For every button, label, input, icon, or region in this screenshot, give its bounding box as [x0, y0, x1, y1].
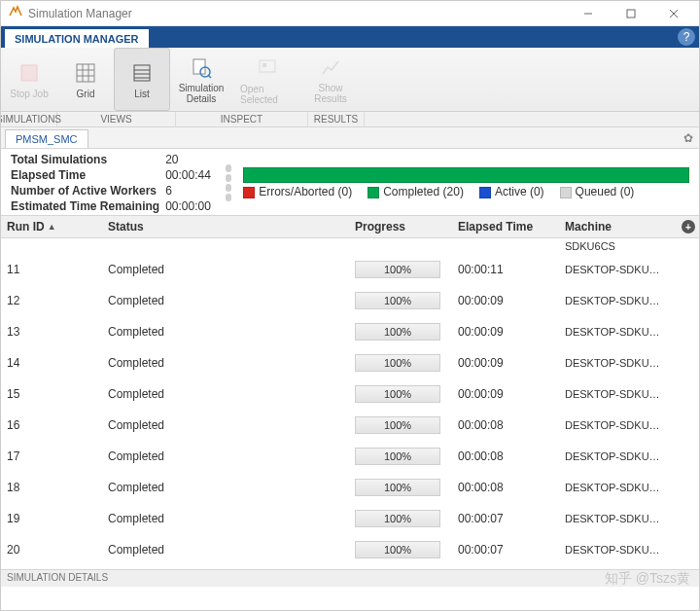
time-cell: 00:00:09	[452, 383, 559, 405]
progress-cell: 100%	[355, 448, 440, 465]
stop-job-button[interactable]: Stop Job	[1, 48, 57, 111]
show-results-button[interactable]: ShowResults	[302, 48, 359, 111]
svg-rect-10	[134, 65, 150, 81]
table-row[interactable]: 13Completed100%00:00:09DESKTOP-SDKU6CS	[1, 316, 699, 347]
status-cell: Completed	[102, 352, 349, 374]
table-row[interactable]: 20Completed100%00:00:07DESKTOP-SDKU6CS	[1, 534, 699, 565]
window-title: Simulation Manager	[28, 7, 132, 20]
legend-errors: Errors/Aborted (0)	[259, 185, 352, 198]
legend-queued: Queued (0)	[576, 185, 635, 198]
runid-cell: 17	[1, 446, 102, 467]
total-sim-value: 20	[165, 153, 220, 166]
summary-panel: Total Simulations Elapsed Time Number of…	[1, 149, 699, 213]
group-views: VIEWS	[57, 112, 176, 126]
elapsed-label: Elapsed Time	[11, 168, 159, 182]
open-icon	[256, 56, 279, 80]
machine-cell: SDKU6CS	[559, 238, 666, 256]
table-row[interactable]: 16Completed100%00:00:08DESKTOP-SDKU6CS	[1, 410, 699, 441]
col-progress[interactable]: Progress	[349, 216, 452, 237]
grid-icon	[74, 61, 97, 85]
svg-rect-4	[21, 65, 37, 81]
close-button[interactable]	[652, 2, 695, 25]
progress-cell: 100%	[355, 323, 440, 341]
progress-cell: 100%	[355, 541, 440, 558]
doc-tab[interactable]: PMSM_SMC	[5, 129, 88, 148]
table-row[interactable]: 11Completed100%00:00:11DESKTOP-SDKU6CS	[1, 254, 699, 285]
svg-rect-18	[262, 63, 266, 67]
table-row[interactable]: 18Completed100%00:00:08DESKTOP-SDKU6CS	[1, 472, 699, 503]
legend-completed: Completed (20)	[383, 185, 464, 198]
col-machine[interactable]: Machine	[559, 216, 666, 237]
add-column-button[interactable]: +	[682, 220, 695, 234]
minimize-button[interactable]	[567, 2, 610, 25]
workers-value: 6	[165, 184, 220, 198]
progress-cell: 100%	[355, 354, 440, 372]
progress-cell: 100%	[355, 292, 440, 309]
table-header: Run ID▲ Status Progress Elapsed Time Mac…	[1, 215, 699, 238]
gear-icon[interactable]: ✿	[683, 131, 693, 145]
col-elapsed[interactable]: Elapsed Time	[452, 216, 559, 237]
runid-cell: 14	[1, 352, 102, 374]
machine-cell: DESKTOP-SDKU6CS	[559, 291, 666, 310]
table-row[interactable]: 15Completed100%00:00:09DESKTOP-SDKU6CS	[1, 378, 699, 410]
time-cell: 00:00:09	[452, 352, 559, 374]
open-selected-button[interactable]: Open Selected	[232, 48, 302, 111]
table-row-partial[interactable]: SDKU6CS	[1, 238, 699, 254]
remaining-label: Estimated Time Remaining	[11, 199, 159, 213]
stop-job-label: Stop Job	[10, 89, 48, 99]
runid-cell: 13	[1, 321, 102, 342]
col-runid[interactable]: Run ID▲	[1, 216, 102, 237]
table-row[interactable]: 17Completed100%00:00:08DESKTOP-SDKU6CS	[1, 441, 699, 472]
legend: Errors/Aborted (0) Completed (20) Active…	[243, 185, 689, 198]
table-body[interactable]: SDKU6CS 11Completed100%00:00:11DESKTOP-S…	[1, 238, 699, 569]
runid-cell: 16	[1, 414, 102, 436]
runid-cell: 15	[1, 383, 102, 405]
time-cell: 00:00:09	[452, 290, 559, 311]
grid-view-button[interactable]: Grid	[57, 48, 114, 111]
status-cell: Completed	[102, 477, 349, 498]
machine-cell: DESKTOP-SDKU6CS	[559, 322, 666, 341]
status-cell: Completed	[102, 508, 349, 529]
list-view-button[interactable]: List	[114, 48, 170, 111]
help-button[interactable]: ?	[678, 28, 695, 46]
grid-label: Grid	[77, 89, 95, 99]
table-row[interactable]: 14Completed100%00:00:09DESKTOP-SDKU6CS	[1, 347, 699, 378]
machine-cell: DESKTOP-SDKU6CS	[559, 384, 666, 404]
maximize-button[interactable]	[610, 2, 652, 25]
svg-line-16	[208, 75, 211, 78]
results-icon	[319, 56, 342, 80]
svg-rect-1	[627, 10, 635, 18]
details-label: SimulationDetails	[179, 84, 225, 104]
ribbon-tabstrip: SIMULATION MANAGER ?	[1, 26, 699, 48]
titlebar: Simulation Manager	[1, 1, 699, 26]
machine-cell: DESKTOP-SDKU6CS	[559, 509, 666, 528]
time-cell: 00:00:07	[452, 508, 559, 529]
machine-cell: DESKTOP-SDKU6CS	[559, 478, 666, 497]
status-cell: Completed	[102, 290, 349, 311]
open-label: Open Selected	[240, 84, 295, 105]
machine-cell: DESKTOP-SDKU6CS	[559, 415, 666, 435]
runid-cell: 19	[1, 508, 102, 529]
time-cell: 00:00:08	[452, 477, 559, 498]
time-cell: 00:00:11	[452, 259, 559, 280]
machine-cell: DESKTOP-SDKU6CS	[559, 540, 666, 559]
progress-cell: 100%	[355, 416, 440, 434]
remaining-value: 00:00:00	[165, 199, 220, 213]
legend-active: Active (0)	[495, 185, 544, 198]
statusbar: SIMULATION DETAILS	[1, 569, 699, 587]
table-row[interactable]: 19Completed100%00:00:07DESKTOP-SDKU6CS	[1, 503, 699, 534]
ribbon: Stop Job Grid List SimulationDetails Ope…	[1, 48, 699, 112]
table-row[interactable]: 12Completed100%00:00:09DESKTOP-SDKU6CS	[1, 285, 699, 316]
time-cell: 00:00:08	[452, 414, 559, 436]
list-label: List	[134, 89, 150, 99]
simulation-details-button[interactable]: SimulationDetails	[170, 48, 232, 111]
sort-asc-icon: ▲	[48, 222, 56, 232]
ribbon-tab-simmanager[interactable]: SIMULATION MANAGER	[5, 29, 149, 48]
results-label: ShowResults	[314, 84, 346, 104]
list-icon	[130, 61, 154, 85]
status-cell: Completed	[102, 414, 349, 436]
progress-cell: 100%	[355, 385, 440, 403]
col-status[interactable]: Status	[102, 216, 349, 237]
time-cell: 00:00:07	[452, 539, 559, 560]
details-icon	[190, 56, 213, 80]
